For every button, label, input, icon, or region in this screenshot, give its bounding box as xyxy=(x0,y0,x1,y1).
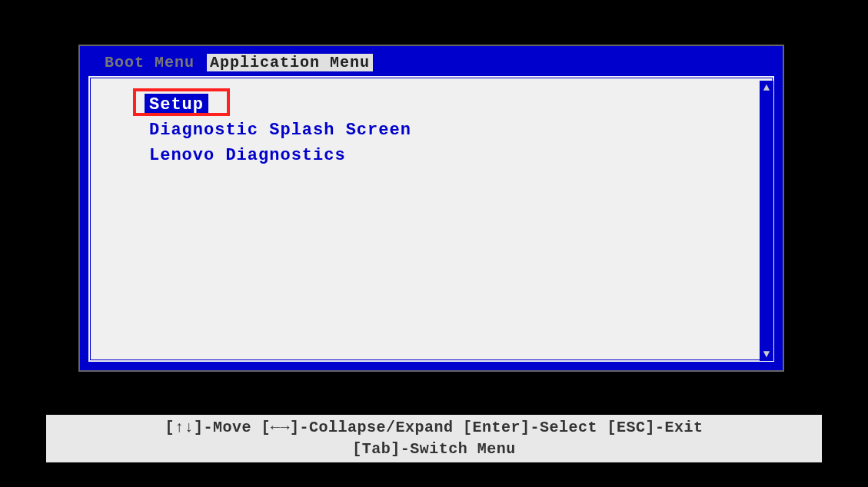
scrollbar[interactable]: ▲ ▼ xyxy=(760,81,773,361)
menu-item-diagnostic-splash[interactable]: Diagnostic Splash Screen xyxy=(145,119,416,141)
bios-main-window: Boot Menu Application Menu Setup Diagnos… xyxy=(78,45,784,372)
tab-application-menu[interactable]: Application Menu xyxy=(207,54,373,71)
menu-content-panel: Setup Diagnostic Splash Screen Lenovo Di… xyxy=(88,75,775,363)
help-line-2: [Tab]-Switch Menu xyxy=(46,439,822,460)
menu-item-setup[interactable]: Setup xyxy=(145,94,208,116)
help-line-1: [↑↓]-Move [←→]-Collapse/Expand [Enter]-S… xyxy=(46,417,822,439)
menu-item-lenovo-diagnostics[interactable]: Lenovo Diagnostics xyxy=(145,144,351,167)
tab-boot-menu[interactable]: Boot Menu xyxy=(101,54,198,71)
help-bar: [↑↓]-Move [←→]-Collapse/Expand [Enter]-S… xyxy=(46,415,822,462)
tab-bar: Boot Menu Application Menu xyxy=(101,54,373,71)
scroll-up-icon[interactable]: ▲ xyxy=(760,81,773,94)
scroll-down-icon[interactable]: ▼ xyxy=(760,347,773,361)
